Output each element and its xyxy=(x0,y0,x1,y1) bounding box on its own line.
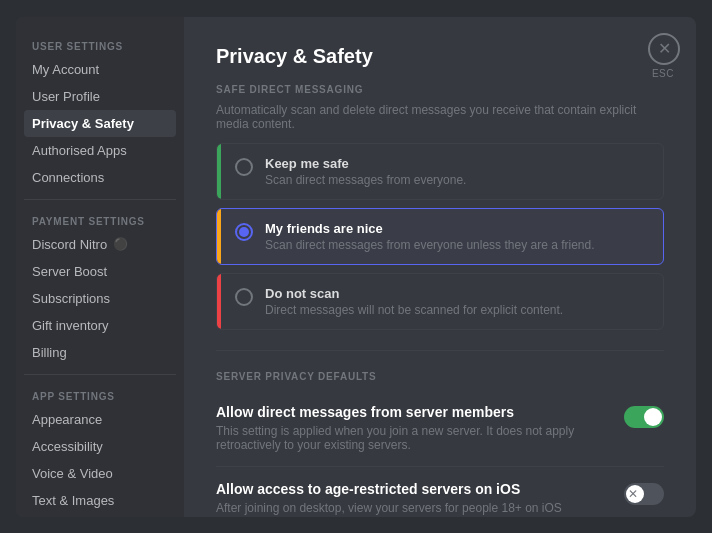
appearance-label: Appearance xyxy=(32,412,102,427)
sidebar-item-privacy-safety[interactable]: Privacy & Safety xyxy=(24,110,176,137)
radio-bar-green xyxy=(217,144,221,199)
voice-video-label: Voice & Video xyxy=(32,466,113,481)
sidebar-item-my-account[interactable]: My Account xyxy=(24,56,176,83)
toggle-check-icon-1: ✓ xyxy=(651,410,660,423)
safe-dm-label: SAFE DIRECT MESSAGING xyxy=(216,84,664,95)
radio-desc-2: Scan direct messages from everyone unles… xyxy=(265,238,649,252)
radio-bar-red xyxy=(217,274,221,329)
divider-1 xyxy=(24,199,176,200)
server-privacy-section: SERVER PRIVACY DEFAULTS Allow direct mes… xyxy=(216,371,664,517)
page-title: Privacy & Safety xyxy=(216,45,664,68)
sidebar-item-subscriptions[interactable]: Subscriptions xyxy=(24,285,176,312)
setting-row-dm-server: Allow direct messages from server member… xyxy=(216,390,664,467)
settings-modal: USER SETTINGS My Account User Profile Pr… xyxy=(16,17,696,517)
sidebar-item-notifications[interactable]: Notifications xyxy=(24,514,176,517)
setting-row-ios: Allow access to age-restricted servers o… xyxy=(216,467,664,517)
setting-ios-desc: After joining on desktop, view your serv… xyxy=(216,501,608,517)
radio-inner-2 xyxy=(239,227,249,237)
server-boost-label: Server Boost xyxy=(32,264,107,279)
text-images-label: Text & Images xyxy=(32,493,114,508)
radio-content-3: Do not scan Direct messages will not be … xyxy=(265,286,649,317)
privacy-safety-label: Privacy & Safety xyxy=(32,116,134,131)
radio-friends-nice[interactable]: My friends are nice Scan direct messages… xyxy=(216,208,664,265)
setting-ios-title: Allow access to age-restricted servers o… xyxy=(216,481,608,497)
safe-dm-section: SAFE DIRECT MESSAGING Automatically scan… xyxy=(216,84,664,330)
radio-content-2: My friends are nice Scan direct messages… xyxy=(265,221,649,252)
sidebar-item-authorised-apps[interactable]: Authorised Apps xyxy=(24,137,176,164)
radio-bar-yellow xyxy=(217,209,221,264)
server-privacy-label: SERVER PRIVACY DEFAULTS xyxy=(216,371,664,382)
radio-title-1: Keep me safe xyxy=(265,156,649,171)
toggle-ios[interactable]: ✕ xyxy=(624,483,664,505)
radio-circle-3 xyxy=(235,288,253,306)
sidebar-item-discord-nitro[interactable]: Discord Nitro ⚫ xyxy=(24,231,176,258)
radio-do-not-scan[interactable]: Do not scan Direct messages will not be … xyxy=(216,273,664,330)
close-icon: ✕ xyxy=(658,39,671,58)
accessibility-label: Accessibility xyxy=(32,439,103,454)
my-account-label: My Account xyxy=(32,62,99,77)
toggle-x-icon: ✕ xyxy=(628,487,638,501)
sidebar-item-user-profile[interactable]: User Profile xyxy=(24,83,176,110)
billing-label: Billing xyxy=(32,345,67,360)
divider-main-1 xyxy=(216,350,664,351)
connections-label: Connections xyxy=(32,170,104,185)
setting-row-dm-content: Allow direct messages from server member… xyxy=(216,404,608,452)
payment-settings-label: PAYMENT SETTINGS xyxy=(24,208,176,231)
setting-dm-title: Allow direct messages from server member… xyxy=(216,404,608,420)
discord-nitro-label: Discord Nitro xyxy=(32,237,107,252)
sidebar-item-gift-inventory[interactable]: Gift inventory xyxy=(24,312,176,339)
authorised-apps-label: Authorised Apps xyxy=(32,143,127,158)
subscriptions-label: Subscriptions xyxy=(32,291,110,306)
sidebar: USER SETTINGS My Account User Profile Pr… xyxy=(16,17,184,517)
radio-title-2: My friends are nice xyxy=(265,221,649,236)
toggle-dm-server[interactable]: ✓ xyxy=(624,406,664,428)
nitro-icon: ⚫ xyxy=(113,237,128,251)
divider-2 xyxy=(24,374,176,375)
sidebar-item-server-boost[interactable]: Server Boost xyxy=(24,258,176,285)
sidebar-item-connections[interactable]: Connections xyxy=(24,164,176,191)
esc-label: ESC xyxy=(652,68,674,79)
app-settings-label: APP SETTINGS xyxy=(24,383,176,406)
sidebar-item-voice-video[interactable]: Voice & Video xyxy=(24,460,176,487)
radio-desc-3: Direct messages will not be scanned for … xyxy=(265,303,649,317)
setting-dm-desc: This setting is applied when you join a … xyxy=(216,424,608,452)
radio-desc-1: Scan direct messages from everyone. xyxy=(265,173,649,187)
radio-title-3: Do not scan xyxy=(265,286,649,301)
radio-circle-2 xyxy=(235,223,253,241)
user-settings-label: USER SETTINGS xyxy=(24,33,176,56)
radio-content-1: Keep me safe Scan direct messages from e… xyxy=(265,156,649,187)
sidebar-item-billing[interactable]: Billing xyxy=(24,339,176,366)
radio-circle-1 xyxy=(235,158,253,176)
sidebar-item-text-images[interactable]: Text & Images xyxy=(24,487,176,514)
main-content: Privacy & Safety ✕ ESC SAFE DIRECT MESSA… xyxy=(184,17,696,517)
radio-keep-safe[interactable]: Keep me safe Scan direct messages from e… xyxy=(216,143,664,200)
safe-dm-desc: Automatically scan and delete direct mes… xyxy=(216,103,664,131)
user-profile-label: User Profile xyxy=(32,89,100,104)
gift-inventory-label: Gift inventory xyxy=(32,318,109,333)
setting-row-ios-content: Allow access to age-restricted servers o… xyxy=(216,481,608,517)
close-button[interactable]: ✕ xyxy=(648,33,680,65)
sidebar-item-accessibility[interactable]: Accessibility xyxy=(24,433,176,460)
sidebar-item-appearance[interactable]: Appearance xyxy=(24,406,176,433)
